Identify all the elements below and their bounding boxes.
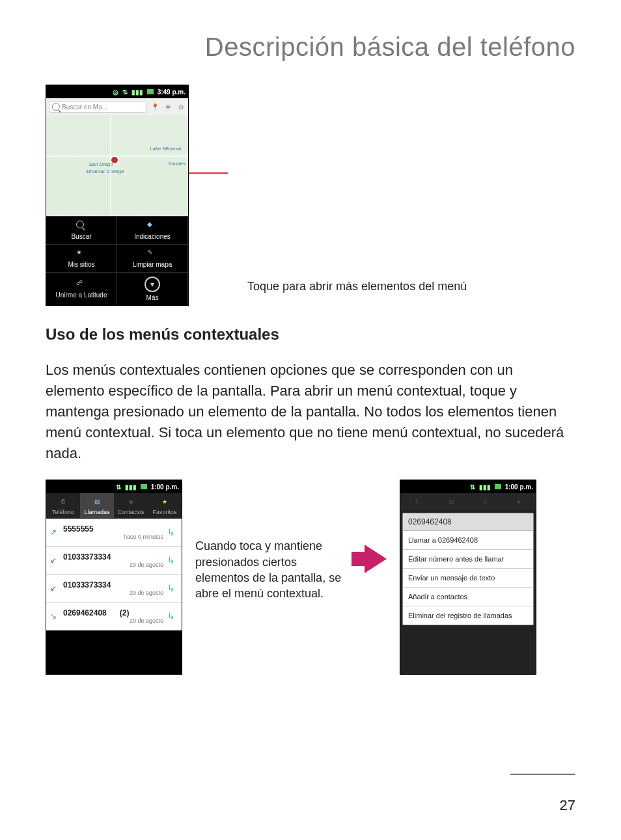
tab-contacts[interactable]: ☺ Contactos [114, 493, 148, 518]
call-icon[interactable]: ↳ [167, 555, 178, 565]
arrow-icon [365, 545, 387, 573]
context-menu-panel: 0269462408 Llamar a 0269462408 Editar nú… [402, 513, 534, 625]
status-time: 1:00 p.m. [505, 483, 533, 491]
gps-icon: ◎ [113, 88, 118, 96]
status-bar: ⇅ ▮▮▮ 1:00 p.m. [400, 480, 536, 493]
call-row[interactable]: ↙ 01033373334 29 de agosto ↳ [46, 547, 182, 575]
tab-label: Teléfono [52, 509, 74, 515]
tab-contacts-dimmed: ☺ [468, 493, 502, 510]
ctx-item-delete-log[interactable]: Eliminar del registro de llamadas [403, 606, 533, 625]
map-label-spot2: Miramar College [86, 169, 124, 174]
battery-icon [495, 484, 501, 489]
data-icon: ⇅ [122, 88, 128, 96]
signal-icon: ▮▮▮ [125, 483, 137, 491]
star-icon: ★ [76, 249, 87, 259]
context-menu-screenshot: ⇅ ▮▮▮ 1:00 p.m. ✆ ▤ ☺ ★ 0269462408 Llama… [400, 480, 536, 675]
call-number: 0269462408 [63, 608, 107, 617]
call-icon[interactable]: ↳ [167, 583, 178, 593]
tab-calls-dimmed: ▤ [434, 493, 468, 510]
maps-screenshot: ◎ ⇅ ▮▮▮ 3:49 p.m. Buscar en Ma... 📍 ≣ ⊙ … [46, 85, 189, 306]
missed-icon: ↙ [50, 584, 59, 593]
phone-icon: ✆ [57, 496, 69, 508]
call-icon[interactable]: ↳ [167, 527, 178, 537]
call-count: (2) [120, 608, 130, 617]
status-bar: ⇅ ▮▮▮ 1:00 p.m. [46, 480, 182, 493]
call-log-screenshot: ⇅ ▮▮▮ 1:00 p.m. ✆ Teléfono ▤ Llamadas ☺ … [46, 480, 182, 675]
ctx-item-send-sms[interactable]: Enviar un mensaje de texto [403, 569, 533, 588]
ctx-item-call[interactable]: Llamar a 0269462408 [403, 531, 533, 550]
data-icon: ⇅ [116, 483, 121, 491]
tab-calls[interactable]: ▤ Llamadas [80, 493, 114, 518]
map-label-lake: Lake Miramar [150, 146, 182, 152]
brush-icon: ✎ [147, 249, 158, 259]
map-label-spot3: Imudes [169, 161, 186, 167]
ctx-item-edit-before-call[interactable]: Editar número antes de llamar [403, 550, 533, 569]
signal-icon: ▮▮▮ [479, 483, 491, 491]
battery-icon [141, 484, 147, 489]
more-icon: ▾ [145, 277, 160, 292]
status-time: 1:00 p.m. [151, 483, 179, 491]
layers-icon[interactable]: ≣ [163, 102, 172, 111]
battery-icon [147, 89, 154, 94]
places-icon[interactable]: 📍 [150, 102, 159, 111]
call-number: 5555555 [63, 524, 163, 534]
call-number: 01033373334 [63, 552, 163, 562]
tab-phone[interactable]: ✆ Teléfono [46, 493, 80, 518]
menu-item-join-latitude[interactable]: ☍ Unirme a Latitude [46, 272, 117, 305]
menu-label: Limpiar mapa [133, 261, 172, 268]
call-time: 29 de agosto [63, 562, 163, 568]
context-menu-title: 0269462408 [403, 513, 533, 531]
tab-favorites-dimmed: ★ [502, 493, 536, 510]
menu-item-more[interactable]: ▾ Más [117, 272, 188, 305]
dialer-tabs: ✆ Teléfono ▤ Llamadas ☺ Contactos ★ Favo… [46, 493, 182, 519]
call-row[interactable]: ↘ 0269462408 (2) 20 de agosto ↳ [46, 603, 182, 630]
contacts-icon: ☺ [125, 496, 137, 508]
ctx-item-add-contact[interactable]: Añadir a contactos [403, 588, 533, 606]
call-row[interactable]: ↗ 5555555 hace 0 minutos ↳ [46, 519, 182, 547]
star-icon: ★ [159, 496, 171, 508]
map-search-input[interactable]: Buscar en Ma... [49, 101, 146, 113]
tab-label: Favoritos [152, 509, 176, 515]
latitude-icon: ☍ [76, 279, 87, 290]
context-menu-caption: Cuando toca y mantiene presionados ciert… [195, 480, 352, 601]
data-icon: ⇅ [470, 483, 475, 491]
tab-label: Llamadas [84, 509, 109, 515]
arrow-indicator [365, 480, 387, 573]
more-menu-callout: Toque para abrir más elementos del menú [247, 278, 467, 294]
footer-rule [510, 774, 575, 775]
page-title: Descripción básica del teléfono [46, 33, 575, 62]
options-menu: Buscar ◆ Indicaciones ★ Mis sitios ✎ Lim… [46, 216, 188, 305]
call-time: 29 de agosto [63, 589, 163, 596]
callout-connector [189, 172, 228, 174]
mylocation-icon[interactable]: ⊙ [176, 102, 186, 111]
map-label-spot1: San Diego [89, 161, 113, 167]
menu-item-directions[interactable]: ◆ Indicaciones [117, 216, 188, 244]
menu-label: Buscar [71, 233, 91, 240]
menu-item-clear-map[interactable]: ✎ Limpiar mapa [117, 244, 188, 272]
menu-label: Indicaciones [134, 233, 171, 240]
tab-phone-dimmed: ✆ [400, 493, 434, 510]
call-row[interactable]: ↙ 01033373334 29 de agosto ↳ [46, 575, 182, 603]
call-time: hace 0 minutos [63, 534, 163, 540]
menu-item-search[interactable]: Buscar [46, 216, 117, 244]
call-number: 01033373334 [63, 580, 163, 589]
call-time: 20 de agosto [63, 617, 163, 624]
menu-item-my-places[interactable]: ★ Mis sitios [46, 244, 117, 272]
directions-icon: ◆ [147, 221, 158, 231]
map-canvas[interactable]: Lake Miramar San Diego Miramar College I… [46, 115, 188, 216]
page-number: 27 [560, 797, 575, 814]
search-placeholder: Buscar en Ma... [62, 103, 107, 111]
menu-label: Más [146, 294, 159, 301]
status-time: 3:49 p.m. [158, 88, 186, 96]
search-icon [52, 103, 60, 111]
search-icon [76, 221, 87, 231]
menu-label: Mis sitios [68, 261, 94, 268]
call-icon[interactable]: ↳ [167, 611, 178, 621]
tab-favorites[interactable]: ★ Favoritos [148, 493, 182, 518]
context-menu-heading: Uso de los menús contextuales [46, 325, 575, 344]
context-menu-paragraph: Los menús contextuales contienen opcione… [46, 360, 575, 463]
menu-label: Unirme a Latitude [56, 291, 107, 299]
tab-label: Contactos [118, 509, 145, 515]
outgoing-icon: ↗ [50, 528, 59, 537]
call-log-empty-area [46, 630, 182, 674]
